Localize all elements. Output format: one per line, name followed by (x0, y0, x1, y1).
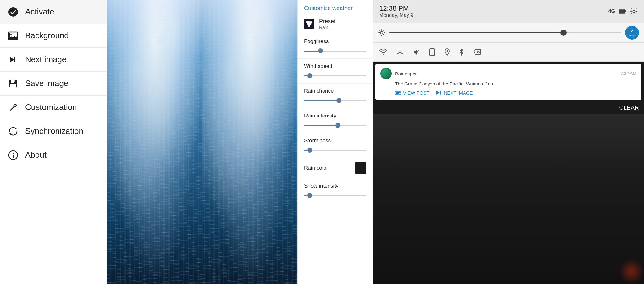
notification-header: Rainpaper 7:32 AM (380, 68, 636, 79)
preset-value: Rain (319, 25, 336, 30)
fogginess-label: Fogginess (304, 38, 366, 45)
brightness-row: ✓ Auto (373, 23, 644, 43)
wifi-icon[interactable] (379, 49, 387, 55)
svg-line-27 (380, 30, 380, 31)
sidebar: Activate Background Next image (0, 0, 107, 284)
check-circle-icon (8, 6, 19, 18)
notification-time: 7:32 AM (620, 71, 636, 76)
clear-row: CLEAR (373, 102, 644, 114)
svg-rect-40 (396, 93, 399, 94)
notification-card: Rainpaper 7:32 AM The Grand Canyon of th… (375, 64, 641, 100)
fogginess-setting: Fogginess (298, 34, 373, 59)
image-icon (8, 30, 19, 41)
svg-rect-3 (10, 33, 17, 37)
svg-rect-19 (625, 10, 626, 12)
status-bar: 12:38 PM Monday, May 9 4G (373, 0, 644, 23)
svg-point-17 (13, 153, 14, 154)
quick-settings-row (373, 43, 644, 62)
sidebar-label-next-image: Next image (25, 55, 67, 64)
status-date: Monday, May 9 (379, 13, 413, 18)
sidebar-label-about: About (25, 150, 47, 160)
svg-line-28 (383, 34, 384, 35)
notification-panel: 12:38 PM Monday, May 9 4G (373, 0, 644, 284)
image-preview-area (107, 0, 297, 284)
next-image-label: NEXT IMAGE (444, 90, 473, 96)
snow-intensity-slider[interactable] (304, 192, 366, 199)
storminess-slider[interactable] (304, 147, 366, 153)
brightness-slider[interactable] (389, 32, 621, 33)
wrench-icon (8, 102, 19, 113)
view-post-label: VIEW POST (403, 90, 429, 96)
location-icon[interactable] (444, 48, 450, 56)
rain-chance-setting: Rain chance (298, 84, 373, 108)
rainpaper-app-icon (380, 68, 392, 79)
preset-label: Preset (319, 18, 336, 25)
svg-point-22 (380, 31, 383, 34)
svg-rect-16 (13, 155, 14, 158)
wind-speed-setting: Wind speed (298, 59, 373, 84)
rain-intensity-slider[interactable] (304, 122, 366, 128)
svg-marker-7 (10, 57, 14, 62)
fogginess-slider[interactable] (304, 48, 366, 54)
settings-icon[interactable] (630, 8, 638, 15)
notification-body: The Grand Canyon of the Pacific, Waimea … (395, 81, 636, 86)
notification-app-name: Rainpaper (395, 71, 417, 76)
bluetooth-icon[interactable] (459, 48, 464, 56)
sidebar-item-customization[interactable]: Customization (0, 96, 107, 119)
svg-rect-32 (430, 49, 435, 56)
rain-intensity-label: Rain intensity (304, 113, 366, 119)
snow-intensity-setting: Snow intensity (298, 178, 373, 203)
svg-point-34 (447, 50, 448, 52)
sidebar-item-about[interactable]: About (0, 143, 107, 167)
sidebar-item-background[interactable]: Background (0, 24, 107, 48)
svg-line-29 (380, 34, 380, 35)
rain-color-label: Rain color (304, 165, 328, 171)
sidebar-label-synchronization: Synchronization (25, 126, 83, 136)
rain-color-row: Rain color (298, 158, 373, 178)
sidebar-item-next-image[interactable]: Next image (0, 48, 107, 72)
volume-icon[interactable] (413, 48, 420, 56)
sidebar-item-save-image[interactable]: Save image (0, 72, 107, 96)
preset-item[interactable]: Preset Rain (298, 14, 373, 34)
delete-icon[interactable] (473, 49, 481, 56)
svg-point-5 (10, 34, 12, 35)
notification-dark-background (373, 114, 644, 284)
rain-chance-slider[interactable] (304, 97, 366, 104)
next-image-button[interactable]: NEXT IMAGE (436, 90, 473, 96)
phone-icon[interactable] (429, 48, 435, 56)
view-post-button[interactable]: VIEW POST (395, 90, 429, 96)
signal-icon: 4G (608, 8, 615, 14)
svg-marker-31 (414, 50, 417, 55)
image-panel-left (107, 0, 202, 284)
skip-next-icon (8, 54, 19, 65)
sidebar-item-synchronization[interactable]: Synchronization (0, 119, 107, 143)
sidebar-item-activate[interactable]: Activate (0, 0, 107, 24)
svg-rect-20 (619, 10, 625, 13)
image-panel-right (202, 0, 297, 284)
rain-color-swatch[interactable] (355, 162, 366, 174)
snow-intensity-label: Snow intensity (304, 183, 366, 189)
brightness-icon (378, 29, 386, 36)
svg-rect-41 (440, 91, 441, 95)
info-icon (8, 150, 19, 161)
customize-weather-panel: Customize weather Preset Rain Fogginess … (297, 0, 373, 284)
storminess-label: Storminess (304, 138, 366, 144)
wind-speed-slider[interactable] (304, 73, 366, 79)
airplane-icon[interactable] (396, 48, 404, 56)
rain-chance-label: Rain chance (304, 88, 366, 94)
auto-brightness-badge[interactable]: ✓ Auto (625, 26, 639, 40)
storminess-setting: Storminess (298, 133, 373, 158)
sidebar-label-activate: Activate (25, 7, 54, 17)
sidebar-label-customization: Customization (25, 102, 77, 112)
battery-icon (619, 9, 626, 14)
status-time: 12:38 PM (379, 4, 413, 13)
svg-rect-33 (431, 55, 433, 55)
sync-icon (8, 126, 19, 137)
notification-actions: VIEW POST NEXT IMAGE (395, 90, 636, 96)
wind-speed-label: Wind speed (304, 63, 366, 69)
svg-rect-39 (396, 92, 401, 93)
save-icon (8, 78, 19, 89)
clear-button[interactable]: CLEAR (619, 105, 639, 111)
svg-point-0 (8, 7, 18, 17)
svg-rect-6 (14, 57, 15, 62)
